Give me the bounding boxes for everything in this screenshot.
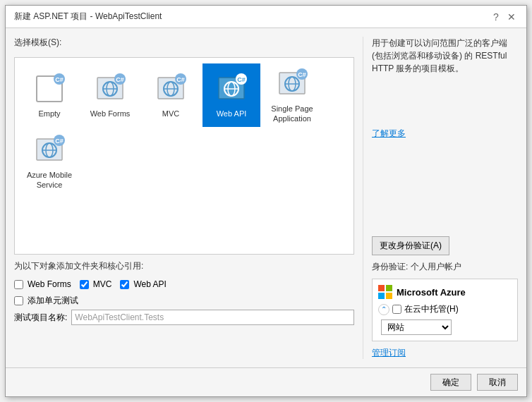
checkbox-mvc-label: MVC: [93, 279, 112, 289]
unit-test-section: 添加单元测试 测试项目名称:: [14, 295, 354, 325]
templates-box: C# Empty: [14, 57, 354, 255]
template-spa[interactable]: C# Single Page Application: [263, 63, 321, 127]
template-webapi[interactable]: C# Web API: [202, 63, 260, 127]
test-name-input[interactable]: [71, 310, 354, 325]
template-webapi-icon: C#: [214, 72, 248, 106]
checkbox-webforms-label: Web Forms: [28, 279, 71, 289]
svg-rect-35: [378, 293, 385, 299]
title-bar-buttons: ? ✕: [490, 11, 518, 23]
template-mvc[interactable]: C# MVC: [142, 63, 200, 127]
svg-text:C#: C#: [55, 138, 64, 145]
unit-test-checkbox-row[interactable]: 添加单元测试: [14, 295, 354, 307]
svg-text:C#: C#: [298, 71, 306, 78]
cancel-button[interactable]: 取消: [477, 374, 518, 391]
description-text: 用于创建可以访问范围广泛的客户端(包括浏览器和移动设备) 的 RESTful H…: [372, 37, 518, 122]
template-spa-label: Single Page Application: [267, 104, 318, 124]
azure-title: Microsoft Azure: [397, 287, 466, 298]
help-button[interactable]: ?: [490, 11, 502, 23]
auth-info-label: 身份验证: 个人用户帐户: [372, 262, 461, 272]
add-folders-section: 为以下对象添加文件夹和核心引用: Web Forms MVC Web API: [14, 260, 354, 289]
template-empty-icon: C#: [32, 72, 66, 106]
checkbox-webforms[interactable]: [14, 280, 23, 289]
svg-text:C#: C#: [116, 76, 124, 83]
svg-rect-36: [386, 293, 392, 299]
azure-logo-icon: [378, 285, 392, 299]
new-project-dialog: 新建 ASP.NET 项目 - WebApiTestClient ? ✕ 选择模…: [5, 5, 527, 397]
unit-test-checkbox[interactable]: [14, 296, 23, 305]
azure-host-label: 在云中托管(H): [404, 303, 459, 315]
auth-info: 身份验证: 个人用户帐户: [372, 261, 518, 273]
checkbox-webapi-label: Web API: [133, 279, 166, 289]
svg-rect-33: [378, 285, 385, 291]
test-name-row: 测试项目名称:: [14, 310, 354, 325]
manage-subscription-link[interactable]: 管理订阅: [372, 347, 518, 359]
unit-test-label: 添加单元测试: [28, 295, 78, 307]
title-bar: 新建 ASP.NET 项目 - WebApiTestClient ? ✕: [6, 6, 526, 28]
template-webforms-label: Web Forms: [90, 109, 131, 118]
right-panel: 用于创建可以访问范围广泛的客户端(包括浏览器和移动设备) 的 RESTful H…: [363, 37, 518, 359]
template-azure-mobile-label: Azure Mobile Service: [24, 170, 75, 190]
templates-grid: C# Empty: [20, 63, 348, 193]
left-panel: 选择模板(S): C# Empty: [14, 37, 354, 359]
checkbox-webapi-row[interactable]: Web API: [120, 279, 166, 289]
azure-host-checkbox[interactable]: [392, 305, 401, 314]
svg-rect-34: [386, 285, 392, 291]
template-spa-icon: C#: [275, 67, 309, 101]
azure-header: Microsoft Azure: [378, 285, 512, 299]
add-folders-label: 为以下对象添加文件夹和核心引用:: [14, 260, 354, 272]
test-name-label: 测试项目名称:: [14, 312, 67, 324]
template-webapi-label: Web API: [217, 109, 247, 118]
azure-section: Microsoft Azure ⌃ 在云中托管(H) 网站 虚拟机 移动服务: [372, 279, 518, 341]
template-mvc-label: MVC: [162, 109, 179, 118]
template-empty-label: Empty: [38, 109, 60, 118]
svg-text:C#: C#: [237, 76, 246, 83]
checkbox-mvc[interactable]: [80, 280, 89, 289]
change-auth-button[interactable]: 更改身份验证(A): [372, 236, 449, 255]
learn-more-link[interactable]: 了解更多: [372, 128, 518, 140]
azure-host-row: ⌃ 在云中托管(H): [378, 303, 512, 315]
template-azure-mobile[interactable]: C# Azure Mobile Service: [20, 130, 78, 193]
azure-chevron-icon[interactable]: ⌃: [378, 304, 389, 315]
checkbox-webforms-row[interactable]: Web Forms: [14, 279, 71, 289]
template-empty[interactable]: C# Empty: [20, 63, 78, 127]
close-button[interactable]: ✕: [505, 11, 518, 23]
checkbox-mvc-row[interactable]: MVC: [80, 279, 112, 289]
svg-text:C#: C#: [176, 76, 185, 83]
azure-dropdown[interactable]: 网站 虚拟机 移动服务: [381, 319, 452, 335]
template-webforms[interactable]: C# Web Forms: [81, 63, 139, 127]
azure-dropdown-row: 网站 虚拟机 移动服务: [381, 319, 512, 335]
template-azure-mobile-icon: C#: [32, 133, 66, 167]
dialog-footer: 确定 取消: [6, 367, 526, 396]
checkbox-webapi[interactable]: [120, 280, 129, 289]
svg-text:C#: C#: [55, 76, 64, 83]
dialog-content: 选择模板(S): C# Empty: [6, 28, 526, 367]
template-mvc-icon: C#: [154, 72, 188, 106]
template-webforms-icon: C#: [93, 72, 127, 106]
dialog-title: 新建 ASP.NET 项目 - WebApiTestClient: [14, 11, 162, 23]
ok-button[interactable]: 确定: [430, 374, 471, 391]
select-template-label: 选择模板(S):: [14, 37, 354, 49]
